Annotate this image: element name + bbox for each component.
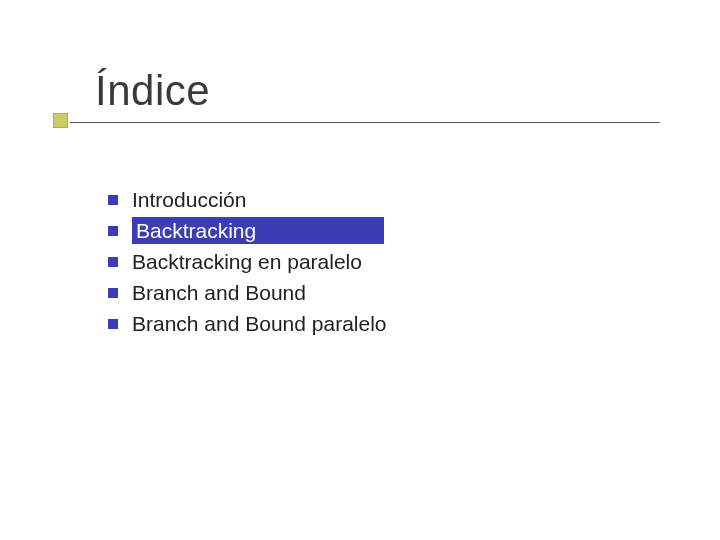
list-item-label: Backtracking [136, 219, 256, 242]
list-item: Branch and Bound paralelo [108, 309, 588, 338]
title-accent-square [53, 113, 68, 128]
bullet-icon [108, 226, 118, 236]
bullet-icon [108, 288, 118, 298]
list-item-label: Branch and Bound [132, 281, 306, 304]
list-item-label: Branch and Bound paralelo [132, 312, 387, 335]
list-item-label: Introducción [132, 188, 246, 211]
highlight-box: Backtracking [132, 217, 384, 244]
slide-title: Índice [95, 68, 655, 114]
list-item: Introducción [108, 185, 588, 214]
bullet-icon [108, 319, 118, 329]
list-item: Branch and Bound [108, 278, 588, 307]
title-wrap: Índice [95, 68, 655, 114]
bullet-icon [108, 195, 118, 205]
title-underline [70, 122, 660, 123]
list-item-label: Backtracking en paralelo [132, 250, 362, 273]
list-item: Backtracking [108, 216, 588, 245]
slide: Índice Introducción Backtracking Backtra… [0, 0, 720, 540]
toc-list: Introducción Backtracking Backtracking e… [108, 185, 588, 340]
bullet-icon [108, 257, 118, 267]
list-item: Backtracking en paralelo [108, 247, 588, 276]
